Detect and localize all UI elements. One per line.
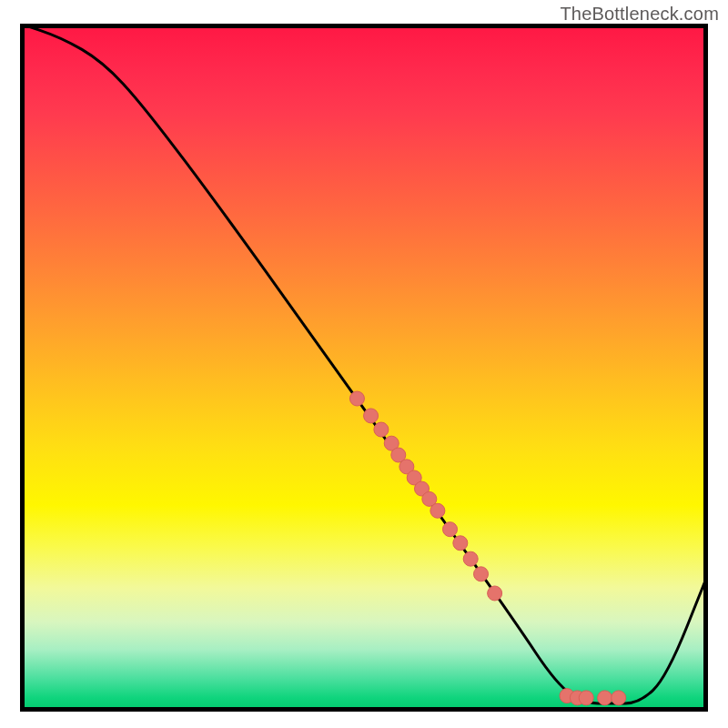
attribution-label: TheBottleneck.com (560, 4, 719, 25)
data-point (474, 567, 489, 581)
chart-svg (20, 24, 708, 712)
data-point (488, 586, 502, 601)
data-points-group (349, 391, 625, 705)
bottleneck-curve (20, 24, 708, 703)
data-point (453, 536, 468, 551)
data-point (443, 522, 458, 537)
chart-frame (23, 26, 706, 710)
chart-gradient-area (20, 24, 708, 712)
data-point (463, 551, 478, 566)
data-point (598, 691, 612, 705)
data-point (374, 422, 389, 437)
data-point (579, 691, 593, 705)
data-point (430, 503, 445, 518)
data-point (349, 391, 364, 406)
data-point (364, 409, 379, 423)
data-point (612, 691, 626, 705)
